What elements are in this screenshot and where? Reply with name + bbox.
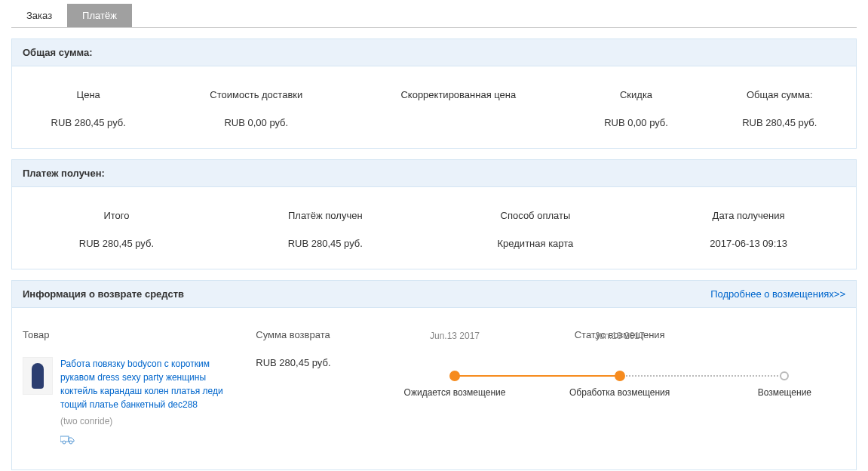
- more-refunds-link[interactable]: Подробнее о возмещениях>>: [710, 288, 845, 300]
- panel-refund-header: Информация о возврате средств Подробнее …: [12, 281, 856, 308]
- col-amount: Сумма возврата: [248, 316, 383, 349]
- col-adjusted: Скорректированная цена: [348, 74, 569, 111]
- tab-order[interactable]: Заказ: [11, 4, 67, 27]
- col-total: Общая сумма:: [703, 74, 856, 111]
- timeline-date-1: Jun.13 2017: [430, 331, 480, 341]
- panel-refund-title: Информация о возврате средств: [23, 288, 184, 300]
- col-price: Цена: [12, 74, 164, 111]
- table-row: RUB 280,45 руб. RUB 280,45 руб. Кредитна…: [12, 232, 856, 255]
- timeline-label-2: Обработка возмещения: [569, 387, 670, 398]
- val-received: RUB 280,45 руб.: [221, 232, 430, 255]
- product-cell: Работа повязку bodycon с коротким рукаво…: [23, 357, 241, 448]
- col-received: Платёж получен: [221, 195, 430, 232]
- col-product: Товар: [12, 316, 248, 349]
- product-sku: (two conride): [60, 414, 241, 428]
- refund-amount: RUB 280,45 руб.: [248, 349, 383, 456]
- val-total: RUB 280,45 руб.: [703, 111, 856, 134]
- col-shipping: Стоимость доставки: [164, 74, 348, 111]
- truck-icon: [60, 434, 75, 448]
- refund-table: Товар Сумма возврата Статус возмещения Р…: [12, 316, 856, 456]
- val-method: Кредитная карта: [430, 232, 641, 255]
- table-row: Работа повязку bodycon с коротким рукаво…: [12, 349, 856, 456]
- val-date: 2017-06-13 09:13: [641, 232, 856, 255]
- val-discount: RUB 0,00 руб.: [569, 111, 704, 134]
- timeline-label-1: Ожидается возмещение: [404, 387, 506, 398]
- panel-total-title: Общая сумма:: [23, 47, 93, 58]
- product-title-link[interactable]: Работа повязку bodycon с коротким рукаво…: [60, 357, 241, 411]
- col-subtotal: Итого: [12, 195, 221, 232]
- val-subtotal: RUB 280,45 руб.: [12, 232, 221, 255]
- total-table: Цена Стоимость доставки Скорректированна…: [12, 74, 856, 134]
- svg-point-2: [69, 441, 72, 444]
- tab-payment[interactable]: Платёж: [67, 4, 132, 27]
- val-shipping: RUB 0,00 руб.: [164, 111, 348, 134]
- panel-received-title: Платеж получен:: [23, 168, 105, 179]
- timeline-date-2: Jun.13 2017: [595, 331, 645, 341]
- timeline-dot-3: [780, 371, 789, 380]
- tabs-nav: Заказ Платёж: [11, 4, 857, 28]
- received-table: Итого Платёж получен Способ оплаты Дата …: [12, 195, 856, 255]
- val-price: RUB 280,45 руб.: [12, 111, 164, 134]
- product-image[interactable]: [23, 357, 53, 395]
- timeline-dot-1: [449, 371, 460, 381]
- col-method: Способ оплаты: [430, 195, 641, 232]
- svg-point-1: [63, 441, 66, 444]
- table-row: RUB 280,45 руб. RUB 0,00 руб. RUB 0,00 р…: [12, 111, 856, 134]
- refund-timeline: Jun.13 2017 Jun.13 2017: [391, 357, 848, 408]
- col-discount: Скидка: [569, 74, 704, 111]
- timeline-segment-filled: [455, 375, 620, 377]
- col-date: Дата получения: [641, 195, 856, 232]
- panel-received: Платеж получен: Итого Платёж получен Спо…: [11, 159, 857, 269]
- panel-total-header: Общая сумма:: [12, 39, 856, 66]
- panel-received-header: Платеж получен:: [12, 160, 856, 187]
- timeline-segment-dashed: [620, 375, 785, 377]
- timeline-label-3: Возмещение: [758, 387, 811, 398]
- panel-refund: Информация о возврате средств Подробнее …: [11, 280, 857, 470]
- timeline-dot-2: [615, 371, 625, 381]
- panel-total: Общая сумма: Цена Стоимость доставки Ско…: [11, 38, 857, 149]
- val-adjusted: [348, 111, 569, 134]
